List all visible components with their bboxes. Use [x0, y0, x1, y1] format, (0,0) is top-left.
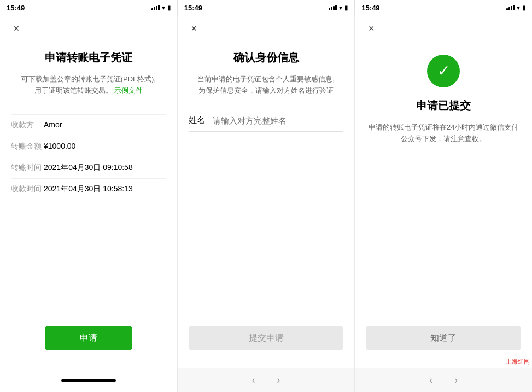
battery-icon-2: ▮: [344, 4, 348, 11]
name-input[interactable]: [208, 116, 344, 125]
screen2-description: 当前申请的电子凭证包含个人重要敏感信息,为保护信息安全，请输入对方姓名进行验证: [189, 74, 344, 97]
watermark: 上海红网: [506, 358, 530, 366]
top-bar-1: ×: [0, 15, 177, 42]
status-icons-2: ▾ ▮: [329, 4, 348, 11]
wifi-icon-2: ▾: [339, 4, 342, 11]
name-input-row: 姓名: [189, 110, 344, 132]
time-2: 15:49: [184, 4, 202, 12]
bottom-bar-3: ‹ ›: [355, 368, 532, 392]
status-icons-1: ▾ ▮: [151, 4, 171, 11]
info-value-receiver: Amor: [44, 120, 166, 130]
info-label-transfer-time: 转账时间: [11, 163, 44, 173]
screen-panel-2: × 确认身份信息 当前申请的电子凭证包含个人重要敏感信息,为保护信息安全，请输入…: [178, 15, 355, 392]
forward-btn-2[interactable]: ›: [273, 372, 285, 388]
home-indicator-1: [61, 379, 116, 382]
info-value-receive-time: 2021年04月30日 10:58:13: [44, 184, 166, 194]
time-1: 15:49: [7, 4, 25, 12]
screen1-title: 申请转账电子凭证: [11, 50, 166, 65]
screen-content-3: ✓ 申请已提交 申请的转账电子凭证将在24小时内通过微信支付公众号下发，请注意查…: [355, 42, 532, 368]
bottom-bar-2: ‹ ›: [178, 368, 355, 392]
bottom-section-2: ‹ ›: [178, 368, 355, 392]
screen1-description: 可下载加盖公章的转账电子凭证(PDF格式),用于证明该笔转账交易。 示例文件: [11, 74, 166, 97]
info-label-amount: 转账金额: [11, 142, 44, 151]
info-value-transfer-time: 2021年04月30日 09:10:58: [44, 163, 166, 173]
time-3: 15:49: [361, 4, 379, 12]
apply-button[interactable]: 申请: [45, 326, 132, 350]
battery-icon-3: ▮: [522, 4, 525, 11]
info-row-amount: 转账金额 ¥1000.00: [11, 136, 166, 157]
forward-btn-3[interactable]: ›: [450, 372, 462, 388]
bottom-section-3: ‹ ›: [355, 368, 532, 392]
close-button-1[interactable]: ×: [9, 21, 24, 36]
signal-icon-1: [151, 5, 160, 10]
info-table: 收款方 Amor 转账金额 ¥1000.00 转账时间 2021年04月30日 …: [11, 114, 166, 200]
status-bar: 15:49 ▾ ▮ 15:49 ▾ ▮ 15:49: [0, 0, 532, 15]
screen-panel-1: × 申请转账电子凭证 可下载加盖公章的转账电子凭证(PDF格式),用于证明该笔转…: [0, 15, 178, 392]
battery-icon-1: ▮: [167, 4, 171, 11]
info-value-amount: ¥1000.00: [44, 142, 166, 151]
top-bar-2: ×: [178, 15, 355, 42]
check-icon: ✓: [437, 63, 450, 79]
name-label: 姓名: [189, 115, 208, 126]
screen2-title: 确认身份信息: [189, 50, 344, 65]
back-btn-2[interactable]: ‹: [248, 372, 260, 388]
bottom-bar-1: [0, 368, 177, 392]
signal-icon-3: [506, 5, 515, 10]
screen-panel-3: × ✓ 申请已提交 申请的转账电子凭证将在24小时内通过微信支付公众号下发，请注…: [355, 15, 532, 392]
screens-container: × 申请转账电子凭证 可下载加盖公章的转账电子凭证(PDF格式),用于证明该笔转…: [0, 15, 532, 392]
info-row-receiver: 收款方 Amor: [11, 114, 166, 136]
back-btn-3[interactable]: ‹: [425, 372, 437, 388]
screen3-title: 申请已提交: [366, 98, 521, 113]
screen3-description: 申请的转账电子凭证将在24小时内通过微信支付公众号下发，请注意查收。: [366, 122, 521, 145]
info-label-receive-time: 收款时间: [11, 184, 44, 194]
info-row-receive-time: 收款时间 2021年04月30日 10:58:13: [11, 179, 166, 200]
submit-button[interactable]: 提交申请: [189, 326, 344, 350]
info-row-transfer-time: 转账时间 2021年04月30日 09:10:58: [11, 157, 166, 179]
status-section-3: 15:49 ▾ ▮: [355, 0, 532, 15]
info-label-receiver: 收款方: [11, 120, 44, 130]
status-icons-3: ▾ ▮: [506, 4, 525, 11]
signal-icon-2: [329, 5, 337, 10]
top-bar-3: ×: [355, 15, 532, 42]
close-button-3[interactable]: ×: [364, 21, 379, 36]
example-link[interactable]: 示例文件: [114, 86, 143, 95]
screen-content-2: 确认身份信息 当前申请的电子凭证包含个人重要敏感信息,为保护信息安全，请输入对方…: [178, 42, 355, 368]
screen-content-1: 申请转账电子凭证 可下载加盖公章的转账电子凭证(PDF格式),用于证明该笔转账交…: [0, 42, 177, 368]
know-button[interactable]: 知道了: [366, 326, 521, 350]
bottom-section-1: [0, 368, 177, 392]
wifi-icon-3: ▾: [517, 4, 520, 11]
close-button-2[interactable]: ×: [186, 21, 202, 36]
status-section-1: 15:49 ▾ ▮: [0, 0, 178, 15]
status-section-2: 15:49 ▾ ▮: [178, 0, 355, 15]
wifi-icon-1: ▾: [162, 4, 165, 11]
success-icon: ✓: [427, 55, 460, 87]
